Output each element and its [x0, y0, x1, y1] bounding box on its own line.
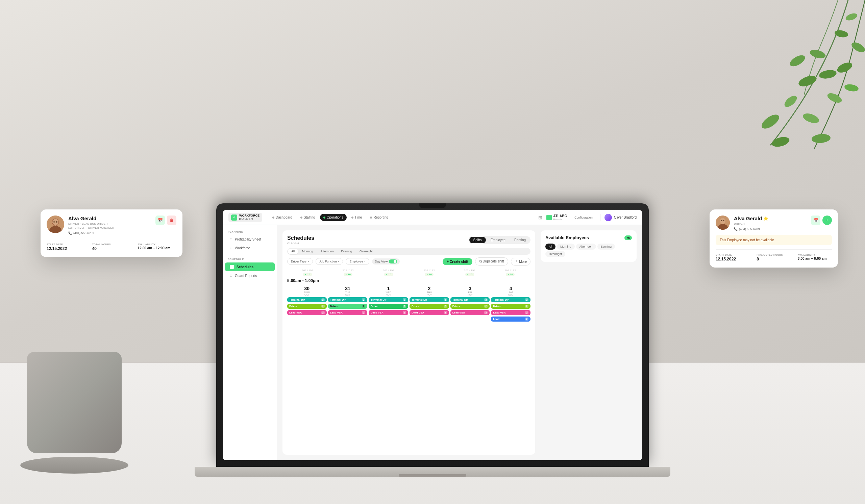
- employee-avatar-right: [716, 215, 730, 230]
- available-employees-header: Available Employees 76: [545, 235, 632, 240]
- right-panel: Available Employees 76 All Morning After…: [541, 225, 642, 460]
- nav-items: Dashboard Staffing Operations Time: [269, 214, 531, 221]
- sidebar-item-workforce[interactable]: ☐ Workforce: [225, 244, 275, 252]
- svg-point-20: [56, 221, 57, 223]
- nav-time[interactable]: Time: [348, 214, 366, 221]
- job-function-filter[interactable]: Job Function ▾: [315, 258, 343, 265]
- shift-lead-vsa-thu[interactable]: Lead VSA 2: [410, 310, 449, 315]
- grid-icon[interactable]: ⊞: [538, 215, 542, 220]
- decorative-pot: [20, 352, 128, 470]
- shift-terminal-dir-wed[interactable]: Terminal Dir 2: [369, 297, 408, 302]
- date-mon: 30 MON OCT: [287, 286, 327, 296]
- shift-terminal-dir-fri[interactable]: Terminal Dir 2: [450, 297, 490, 302]
- shift-terminal-dir-sat[interactable]: Terminal Dir 2: [491, 297, 530, 302]
- available-count-badge: 76: [624, 235, 632, 240]
- shift-lead-vsa-sat[interactable]: Lead VSA 2: [491, 310, 530, 315]
- schedule-icon: [230, 265, 234, 269]
- star-icon: ⭐: [763, 216, 768, 221]
- navbar: ✓ WORKFORCE BUILDER Dashboard: [223, 210, 642, 225]
- card-divider-left: [47, 239, 176, 239]
- nav-configuration[interactable]: Configuration: [571, 214, 596, 221]
- calendar-action-btn-right[interactable]: 📅: [811, 215, 820, 225]
- shift-filter-all[interactable]: All: [288, 249, 298, 254]
- available-filter-overnight[interactable]: Overnight: [545, 251, 565, 257]
- sidebar-item-guard-reports[interactable]: ☐ Guard Reports: [225, 272, 275, 280]
- svg-point-22: [720, 218, 725, 224]
- sidebar: PLANNING ☐ Profitability Sheet ☐ Workfor…: [223, 225, 277, 460]
- stat-start-date-right: START DATE 12.15.2022: [716, 254, 750, 261]
- employee-phone-left: 📞 (404) 555-6789: [68, 231, 151, 235]
- sidebar-section-planning: PLANNING: [223, 229, 277, 235]
- shift-filter-afternoon[interactable]: Afternoon: [317, 249, 337, 254]
- employee-info-right: Alva Gerald ⭐ DRIVER 📞 (404) 555-6789: [734, 215, 807, 231]
- more-button[interactable]: ⋮ More: [511, 258, 530, 266]
- laptop-notch: [419, 203, 446, 208]
- duplicate-shift-button[interactable]: ⧉ Duplicate shift: [475, 257, 508, 266]
- shift-terminal-dir-thu[interactable]: Terminal Dir 2: [410, 297, 449, 302]
- employee-name-right: Alva Gerald ⭐: [734, 215, 807, 221]
- employee-filter[interactable]: Employee ▾: [346, 258, 369, 265]
- shift-terminal-dir-tue[interactable]: Terminal Dir 2: [328, 297, 368, 302]
- shift-filter-evening[interactable]: Evening: [338, 249, 356, 254]
- available-filter-evening[interactable]: Evening: [597, 244, 615, 250]
- calendar-action-btn[interactable]: 📅: [155, 215, 165, 225]
- shift-lead-vsa-wed[interactable]: Lead VSA 2: [369, 310, 408, 315]
- shift-lead-vsa-fri[interactable]: Lead VSA 2: [450, 310, 490, 315]
- shift-lead-vsa-mon[interactable]: Lead VSA 2: [287, 310, 327, 315]
- schedule-col-tue: 31 TUE OCT Terminal Dir 2 Driver 2 Lead …: [328, 286, 368, 450]
- shift-filter-morning[interactable]: Morning: [299, 249, 316, 254]
- available-filter-morning[interactable]: Morning: [557, 244, 575, 250]
- nav-right: ⊞ ATLABG Branch Configuration: [538, 214, 637, 221]
- schedule-col-fri: 3 FRI NOV Terminal Dir 2 Driver 2 Lead V…: [450, 286, 490, 450]
- tab-employee[interactable]: Employee: [487, 237, 509, 243]
- shift-driver-tue[interactable]: Driver 2: [328, 304, 368, 309]
- schedule-grid: 30 MON OCT Terminal Dir 2 Driver 2 Lead …: [287, 286, 530, 450]
- shift-lead-sat[interactable]: Lead 2: [491, 317, 530, 321]
- toolbar: Driver Type ▾ Job Function ▾ Employee ▾: [287, 257, 530, 266]
- svg-point-24: [722, 220, 723, 221]
- sidebar-item-schedules[interactable]: Schedules: [225, 262, 275, 271]
- driver-type-filter[interactable]: Driver Type ▾: [287, 258, 313, 265]
- employee-name-left: Alva Gerald: [68, 215, 151, 221]
- check-icon: ☐: [230, 238, 232, 241]
- time-range-header: 5:00am - 1:00pm: [287, 278, 530, 283]
- panel-subtitle: ATLABG: [287, 241, 314, 245]
- nav-divider: [600, 214, 600, 221]
- shift-terminal-dir-mon[interactable]: Terminal Dir 2: [287, 297, 327, 302]
- chevron-icon: ▾: [308, 260, 309, 263]
- shift-driver-fri[interactable]: Driver 2: [450, 304, 490, 309]
- laptop-base: [195, 467, 670, 477]
- sidebar-item-profitability[interactable]: ☐ Profitability Sheet: [225, 235, 275, 244]
- shift-driver-mon[interactable]: Driver 2: [287, 304, 327, 309]
- tab-shifts[interactable]: Shifts: [469, 237, 486, 243]
- create-shift-button[interactable]: + Create shift: [443, 258, 472, 265]
- date-col-4: 202 / 192 × 10: [450, 269, 489, 276]
- stat-total-hours-left: TOTAL HOURS 40: [92, 243, 131, 251]
- nav-dashboard[interactable]: Dashboard: [269, 214, 296, 221]
- shift-filter-overnight[interactable]: Overnight: [356, 249, 376, 254]
- schedule-col-sat: 4 SAT NOV Terminal Dir 2 Driver 2 Lead V…: [491, 286, 530, 450]
- logo: ✓ WORKFORCE BUILDER: [228, 213, 262, 222]
- add-action-btn-right[interactable]: +: [822, 215, 832, 225]
- available-filter-afternoon[interactable]: Afternoon: [576, 244, 596, 250]
- nav-staffing[interactable]: Staffing: [297, 214, 319, 221]
- shift-driver-thu[interactable]: Driver 2: [410, 304, 449, 309]
- nav-reporting[interactable]: Reporting: [367, 214, 391, 221]
- laptop-screen: ✓ WORKFORCE BUILDER Dashboard: [223, 210, 642, 460]
- sidebar-section-schedule: SCHEDULE: [223, 256, 277, 262]
- date-sat: 4 SAT NOV: [491, 286, 530, 296]
- nav-operations[interactable]: Operations: [320, 214, 347, 221]
- shift-driver-wed[interactable]: Driver 2: [369, 304, 408, 309]
- schedules-panel: Schedules ATLABG Shifts Employee Printin…: [282, 230, 535, 455]
- tab-printing[interactable]: Printing: [510, 237, 530, 243]
- svg-point-25: [724, 220, 724, 221]
- user-badge: Oliver Bradford: [604, 214, 637, 221]
- panel-header: Schedules ATLABG Shifts Employee Printin…: [287, 235, 530, 245]
- date-col-3: 202 / 192 × 10: [410, 269, 449, 276]
- toggle-switch[interactable]: [389, 259, 397, 263]
- delete-action-btn[interactable]: 🗑: [167, 215, 176, 225]
- shift-lead-vsa-tue[interactable]: Lead VSA 2: [328, 310, 368, 315]
- available-filter-all[interactable]: All: [545, 244, 555, 250]
- shift-driver-sat[interactable]: Driver 2: [491, 304, 530, 309]
- day-view-toggle[interactable]: Day View: [372, 258, 400, 265]
